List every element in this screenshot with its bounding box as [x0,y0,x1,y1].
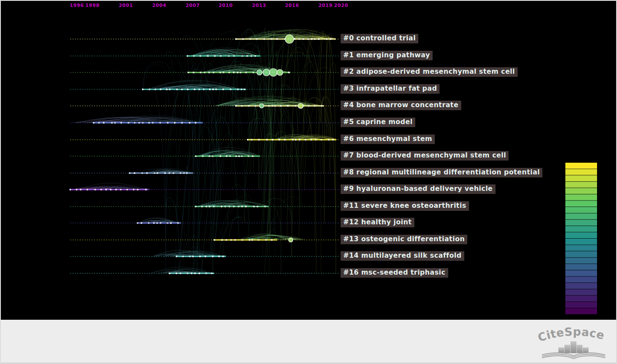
cited-reference-node[interactable] [111,122,112,123]
cited-reference-node[interactable] [69,189,71,190]
major-cited-reference-node[interactable] [298,103,303,108]
cited-reference-node[interactable] [216,89,217,90]
cited-reference-node[interactable] [235,105,236,106]
cited-reference-node[interactable] [237,72,238,73]
cited-reference-node[interactable] [242,55,243,56]
cited-reference-node[interactable] [272,105,273,106]
cited-reference-node[interactable] [209,155,210,157]
cluster-label[interactable]: #6 mesenchymal stem [341,134,435,144]
cited-reference-node[interactable] [211,272,213,274]
cited-reference-node[interactable] [228,55,230,56]
cited-reference-node[interactable] [137,222,138,223]
cluster-label[interactable]: #8 regional multilineage differentiation… [341,168,542,177]
cited-reference-node[interactable] [279,139,280,140]
cited-reference-node[interactable] [154,89,156,90]
cited-reference-node[interactable] [176,256,177,257]
cited-reference-node[interactable] [167,122,168,123]
cited-reference-node[interactable] [244,89,245,90]
cited-reference-node[interactable] [187,55,188,56]
cited-reference-node[interactable] [199,89,200,90]
cited-reference-node[interactable] [205,256,206,257]
cited-reference-node[interactable] [299,38,300,39]
cited-reference-node[interactable] [234,239,236,240]
cited-reference-node[interactable] [187,89,188,90]
cited-reference-node[interactable] [321,105,322,106]
cited-reference-node[interactable] [121,122,122,123]
cited-reference-node[interactable] [157,172,158,174]
cluster-label[interactable]: #14 multilayered silk scaffold [341,251,464,261]
cited-reference-node[interactable] [101,189,102,190]
cited-reference-node[interactable] [314,38,315,39]
cited-reference-node[interactable] [200,55,201,56]
cited-reference-node[interactable] [180,272,181,274]
cited-reference-node[interactable] [209,206,210,207]
cited-reference-node[interactable] [87,189,88,190]
cited-reference-node[interactable] [213,239,215,240]
cited-reference-node[interactable] [249,38,251,39]
cited-reference-node[interactable] [225,206,226,207]
cited-reference-node[interactable] [148,122,150,123]
cited-reference-node[interactable] [127,189,128,190]
cited-reference-node[interactable] [258,239,259,240]
cited-reference-node[interactable] [214,55,216,56]
cited-reference-node[interactable] [314,105,315,106]
cluster-label[interactable]: #0 controlled trial [341,34,418,43]
cited-reference-node[interactable] [213,72,214,73]
cluster-label[interactable]: #13 osteogenic differentiation [341,235,467,244]
cited-reference-node[interactable] [189,256,190,257]
cluster-label[interactable]: #16 msc-seeded triphasic [341,268,448,278]
cited-reference-node[interactable] [253,72,254,73]
cited-reference-node[interactable] [169,172,170,174]
cited-reference-node[interactable] [191,272,192,274]
cited-reference-node[interactable] [242,38,243,39]
cited-reference-node[interactable] [128,122,129,123]
cited-reference-node[interactable] [153,222,154,223]
cited-reference-node[interactable] [142,89,143,90]
cited-reference-node[interactable] [148,222,149,223]
cited-reference-node[interactable] [145,189,147,190]
cluster-label[interactable]: #1 emerging pathway [341,51,433,60]
cited-reference-node[interactable] [194,272,196,274]
cited-reference-node[interactable] [207,55,209,56]
cited-reference-node[interactable] [241,206,243,207]
cited-reference-node[interactable] [229,72,230,73]
cited-reference-node[interactable] [152,122,153,123]
cited-reference-node[interactable] [220,55,221,56]
cited-reference-node[interactable] [167,222,168,223]
cited-reference-node[interactable] [303,38,304,39]
cited-reference-node[interactable] [181,89,183,90]
cited-reference-node[interactable] [194,89,195,90]
cluster-label[interactable]: #4 bone marrow concentrate [341,101,461,110]
cited-reference-node[interactable] [252,155,253,157]
cited-reference-node[interactable] [103,122,104,123]
cited-reference-node[interactable] [252,239,253,240]
cited-reference-node[interactable] [238,155,240,157]
cited-reference-node[interactable] [271,38,272,39]
major-cited-reference-node[interactable] [289,238,293,242]
cited-reference-node[interactable] [246,72,247,73]
cited-reference-node[interactable] [193,55,194,56]
cited-reference-node[interactable] [249,239,250,240]
cluster-label[interactable]: #9 hyaluronan-based delivery vehicle [341,184,496,194]
major-cited-reference-node[interactable] [277,69,283,75]
cited-reference-node[interactable] [137,189,138,190]
cited-reference-node[interactable] [271,239,272,240]
cited-reference-node[interactable] [255,105,256,106]
cited-reference-node[interactable] [169,89,171,90]
cited-reference-node[interactable] [220,72,221,73]
cited-reference-node[interactable] [280,105,282,106]
cited-reference-node[interactable] [221,206,222,207]
cited-reference-node[interactable] [195,155,196,157]
cited-reference-node[interactable] [274,105,276,106]
cited-reference-node[interactable] [204,72,205,73]
cited-reference-node[interactable] [241,89,242,90]
cluster-label[interactable]: #3 infrapatellar fat pad [341,84,440,94]
cited-reference-node[interactable] [157,222,158,223]
cited-reference-node[interactable] [195,206,196,207]
cited-reference-node[interactable] [193,72,194,73]
cited-reference-node[interactable] [247,139,248,140]
cited-reference-node[interactable] [141,222,142,223]
cited-reference-node[interactable] [315,139,316,140]
cited-reference-node[interactable] [226,155,227,157]
cited-reference-node[interactable] [251,55,252,56]
